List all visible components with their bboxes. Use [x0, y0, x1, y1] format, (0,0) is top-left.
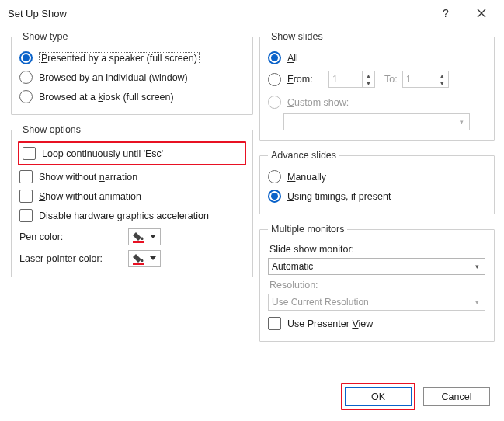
to-value: 1 — [403, 74, 436, 85]
advance-slides-legend: Advance slides — [268, 150, 339, 161]
radio-custom-show: Custom show: — [268, 94, 486, 110]
checkbox-icon — [19, 209, 33, 222]
resolution-label: Resolution: — [269, 280, 486, 291]
multiple-monitors-legend: Multiple monitors — [268, 224, 347, 235]
resolution-value: Use Current Resolution — [272, 297, 471, 308]
radio-dot-icon — [19, 90, 33, 103]
from-value: 1 — [329, 74, 362, 85]
radio-dot-icon — [268, 96, 281, 109]
checkbox-icon — [19, 170, 33, 183]
to-label: To: — [384, 74, 398, 85]
custom-show-select: ▾ — [283, 113, 470, 130]
chevron-down-icon[interactable]: ▼ — [363, 79, 374, 87]
show-type-group: Show type Presented by a speaker (full s… — [11, 31, 253, 115]
chevron-down-icon — [150, 235, 156, 239]
monitor-value: Automatic — [272, 261, 471, 272]
svg-rect-1 — [133, 241, 144, 243]
cancel-button[interactable]: Cancel — [423, 387, 490, 406]
from-spin[interactable]: 1 ▲▼ — [328, 71, 375, 88]
svg-rect-2 — [133, 263, 144, 265]
chevron-down-icon: ▾ — [471, 263, 483, 270]
show-options-group: Show options Loop continuously until 'Es… — [11, 124, 253, 277]
radio-dot-icon — [268, 51, 281, 64]
chevron-down-icon[interactable]: ▼ — [436, 79, 448, 87]
radio-browsed-kiosk[interactable]: Browsed at a kiosk (full screen) — [19, 89, 245, 105]
radio-dot-icon — [268, 190, 281, 203]
bucket-icon — [133, 231, 147, 243]
monitor-select[interactable]: Automatic ▾ — [268, 258, 485, 275]
pen-color-label: Pen color: — [19, 231, 120, 242]
bucket-icon — [133, 252, 147, 265]
chevron-up-icon[interactable]: ▲ — [436, 71, 448, 79]
laser-color-label: Laser pointer color: — [19, 253, 120, 264]
to-spin[interactable]: 1 ▲▼ — [402, 71, 449, 88]
checkbox-without-narration[interactable]: Show without narration — [19, 169, 245, 185]
laser-color-button[interactable] — [128, 250, 161, 267]
slide-show-monitor-label: Slide show monitor: — [269, 244, 486, 255]
multiple-monitors-group: Multiple monitors Slide show monitor: Au… — [259, 224, 495, 342]
radio-presented-speaker[interactable]: Presented by a speaker (full screen) — [19, 50, 245, 66]
ok-button[interactable]: OK — [345, 387, 412, 406]
advance-slides-group: Advance slides Manually Using timings, i… — [259, 150, 495, 214]
radio-dot-icon — [19, 51, 33, 64]
radio-manually[interactable]: Manually — [268, 169, 486, 185]
svg-text:?: ? — [443, 7, 449, 19]
show-type-legend: Show type — [19, 31, 71, 42]
radio-dot-icon — [19, 71, 33, 84]
chevron-down-icon: ▾ — [471, 298, 483, 306]
chevron-up-icon[interactable]: ▲ — [363, 71, 374, 79]
show-options-legend: Show options — [19, 124, 84, 135]
show-slides-group: Show slides All From: 1 ▲▼ To: — [259, 31, 495, 141]
radio-using-timings[interactable]: Using timings, if present — [268, 188, 486, 204]
resolution-select: Use Current Resolution ▾ — [268, 294, 485, 311]
radio-dot-icon — [268, 170, 281, 183]
radio-from-slides[interactable]: From: — [268, 71, 324, 88]
close-icon[interactable] — [464, 2, 499, 25]
checkbox-icon — [268, 317, 281, 330]
checkbox-icon — [19, 190, 33, 203]
radio-dot-icon — [268, 73, 281, 86]
checkbox-presenter-view[interactable]: Use Presenter View — [268, 315, 486, 332]
checkbox-without-animation[interactable]: Show without animation — [19, 188, 245, 204]
chevron-down-icon — [150, 256, 156, 261]
checkbox-disable-hw-graphics[interactable]: Disable hardware graphics acceleration — [19, 207, 245, 224]
checkbox-icon — [23, 147, 36, 160]
help-icon[interactable]: ? — [428, 2, 464, 25]
dialog-title: Set Up Show — [8, 8, 428, 19]
checkbox-loop-continuously[interactable]: Loop continuously until 'Esc' — [23, 145, 242, 162]
show-slides-legend: Show slides — [268, 31, 326, 42]
chevron-down-icon: ▾ — [455, 118, 468, 126]
pen-color-button[interactable] — [128, 228, 161, 245]
radio-all-slides[interactable]: All — [268, 50, 486, 66]
radio-browsed-individual[interactable]: Browsed by an individual (window) — [19, 69, 245, 85]
